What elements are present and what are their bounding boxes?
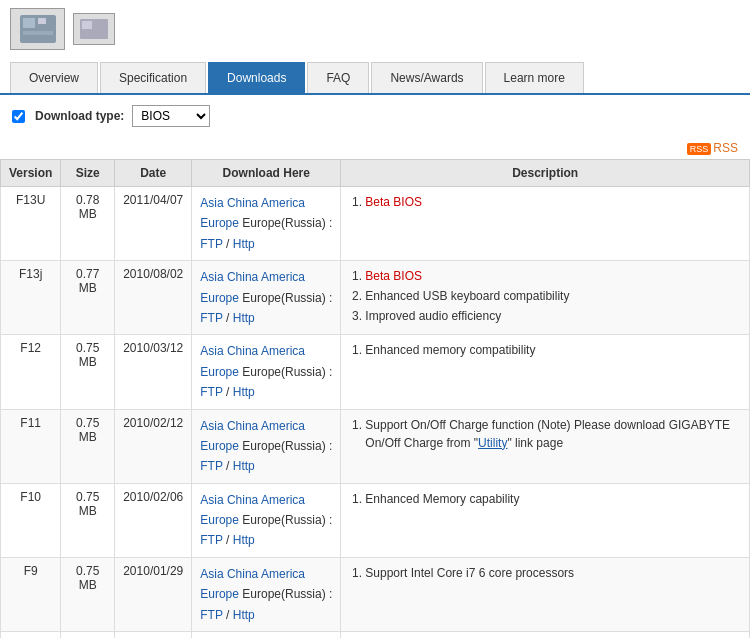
cell-download: Asia China America Europe Europe(Russia)…: [192, 557, 341, 631]
download-type-row: Download type: BIOS Drivers Software Uti…: [0, 95, 750, 137]
text-slash: /: [226, 237, 233, 251]
link-asia[interactable]: Asia: [200, 493, 223, 507]
download-type-checkbox[interactable]: [12, 110, 25, 123]
link-europe[interactable]: Europe: [200, 365, 239, 379]
tab-overview[interactable]: Overview: [10, 62, 98, 93]
link-ftp[interactable]: FTP: [200, 608, 222, 622]
svg-rect-3: [23, 31, 53, 35]
svg-rect-1: [23, 18, 35, 28]
link-america[interactable]: America: [261, 344, 305, 358]
cell-download: Asia China America Europe Europe(Russia)…: [192, 187, 341, 261]
tab-learn[interactable]: Learn more: [485, 62, 584, 93]
col-header-size: Size: [61, 160, 115, 187]
cell-size: 0.75 MB: [61, 335, 115, 409]
link-america[interactable]: America: [261, 270, 305, 284]
desc-link-beta-bios[interactable]: Beta BIOS: [365, 195, 422, 209]
cell-version: F9: [1, 557, 61, 631]
desc-link-beta-bios[interactable]: Beta BIOS: [365, 269, 422, 283]
link-china[interactable]: China: [227, 419, 258, 433]
cell-date: 2010/03/12: [115, 335, 192, 409]
link-asia[interactable]: Asia: [200, 270, 223, 284]
link-http[interactable]: Http: [233, 533, 255, 547]
cell-version: F13U: [1, 187, 61, 261]
link-http[interactable]: Http: [233, 237, 255, 251]
text-slash: /: [226, 533, 233, 547]
download-type-label: Download type:: [35, 109, 124, 123]
link-europe[interactable]: Europe: [200, 513, 239, 527]
cell-size: 0.75 MB: [61, 557, 115, 631]
link-europe[interactable]: Europe: [200, 291, 239, 305]
link-china[interactable]: China: [227, 493, 258, 507]
cell-size: 0.75 MB: [61, 409, 115, 483]
text-russia: Europe(Russia) :: [242, 365, 332, 379]
link-ftp[interactable]: FTP: [200, 385, 222, 399]
link-china[interactable]: China: [227, 344, 258, 358]
text-slash: /: [226, 385, 233, 399]
link-ftp[interactable]: FTP: [200, 311, 222, 325]
desc-text: Support Intel Core i7 6 core processors: [365, 566, 574, 580]
cell-version: F12: [1, 335, 61, 409]
tab-faq[interactable]: FAQ: [307, 62, 369, 93]
cell-size: 0.78 MB: [61, 187, 115, 261]
cell-description: Support Intel Core i7 6 core processors: [341, 557, 750, 631]
downloads-table: Version Size Date Download Here Descript…: [0, 159, 750, 638]
link-america[interactable]: America: [261, 493, 305, 507]
tab-specification[interactable]: Specification: [100, 62, 206, 93]
rss-link[interactable]: RSSRSS: [687, 141, 738, 155]
link-america[interactable]: America: [261, 419, 305, 433]
tabs-bar: Overview Specification Downloads FAQ New…: [0, 62, 750, 95]
table-row: F13j 0.77 MB 2010/08/02 Asia China Ameri…: [1, 261, 750, 335]
link-asia[interactable]: Asia: [200, 567, 223, 581]
cell-date: 2010/08/02: [115, 261, 192, 335]
cell-download: Asia China America Europe Europe(Russia)…: [192, 335, 341, 409]
cell-download: Asia China America Europe Europe(Russia)…: [192, 409, 341, 483]
text-russia: Europe(Russia) :: [242, 587, 332, 601]
text-russia: Europe(Russia) :: [242, 513, 332, 527]
table-row: F12 0.75 MB 2010/03/12 Asia China Americ…: [1, 335, 750, 409]
link-europe[interactable]: Europe: [200, 439, 239, 453]
link-http[interactable]: Http: [233, 385, 255, 399]
link-asia[interactable]: Asia: [200, 419, 223, 433]
cell-size: 0.68 MB: [61, 632, 115, 638]
cell-date: 2010/01/29: [115, 557, 192, 631]
tab-news[interactable]: News/Awards: [371, 62, 482, 93]
cell-date: 2010/02/12: [115, 409, 192, 483]
text-russia: Europe(Russia) :: [242, 291, 332, 305]
desc-link-utility[interactable]: Utility: [478, 436, 507, 450]
rss-bar: RSSRSS: [0, 137, 750, 159]
cell-download: Asia China America Europe Europe(Russia)…: [192, 483, 341, 557]
desc-text: Enhanced memory compatibility: [365, 343, 535, 357]
product-image-main: [10, 8, 65, 50]
tab-downloads[interactable]: Downloads: [208, 62, 305, 93]
table-row: F10 0.75 MB 2010/02/06 Asia China Americ…: [1, 483, 750, 557]
cell-version: F10: [1, 483, 61, 557]
col-header-version: Version: [1, 160, 61, 187]
link-asia[interactable]: Asia: [200, 196, 223, 210]
text-russia: Europe(Russia) :: [242, 439, 332, 453]
cell-date: 2009/05/11: [115, 632, 192, 638]
desc-text: Enhanced Memory capability: [365, 492, 519, 506]
link-china[interactable]: China: [227, 196, 258, 210]
link-ftp[interactable]: FTP: [200, 533, 222, 547]
header-images: [0, 0, 750, 58]
link-china[interactable]: China: [227, 567, 258, 581]
link-http[interactable]: Http: [233, 459, 255, 473]
link-europe[interactable]: Europe: [200, 587, 239, 601]
table-row: F13U 0.78 MB 2011/04/07 Asia China Ameri…: [1, 187, 750, 261]
link-china[interactable]: China: [227, 270, 258, 284]
table-row: F9 0.75 MB 2010/01/29 Asia China America…: [1, 557, 750, 631]
link-asia[interactable]: Asia: [200, 344, 223, 358]
text-slash: /: [226, 608, 233, 622]
link-europe[interactable]: Europe: [200, 216, 239, 230]
link-america[interactable]: America: [261, 567, 305, 581]
link-ftp[interactable]: FTP: [200, 459, 222, 473]
text-russia: Europe(Russia) :: [242, 216, 332, 230]
link-http[interactable]: Http: [233, 608, 255, 622]
download-type-select[interactable]: BIOS Drivers Software Utilities: [132, 105, 210, 127]
table-row: F11 0.75 MB 2010/02/12 Asia China Americ…: [1, 409, 750, 483]
cell-description: Update new CPU microcode: [341, 632, 750, 638]
link-ftp[interactable]: FTP: [200, 237, 222, 251]
link-america[interactable]: America: [261, 196, 305, 210]
cell-size: 0.77 MB: [61, 261, 115, 335]
link-http[interactable]: Http: [233, 311, 255, 325]
